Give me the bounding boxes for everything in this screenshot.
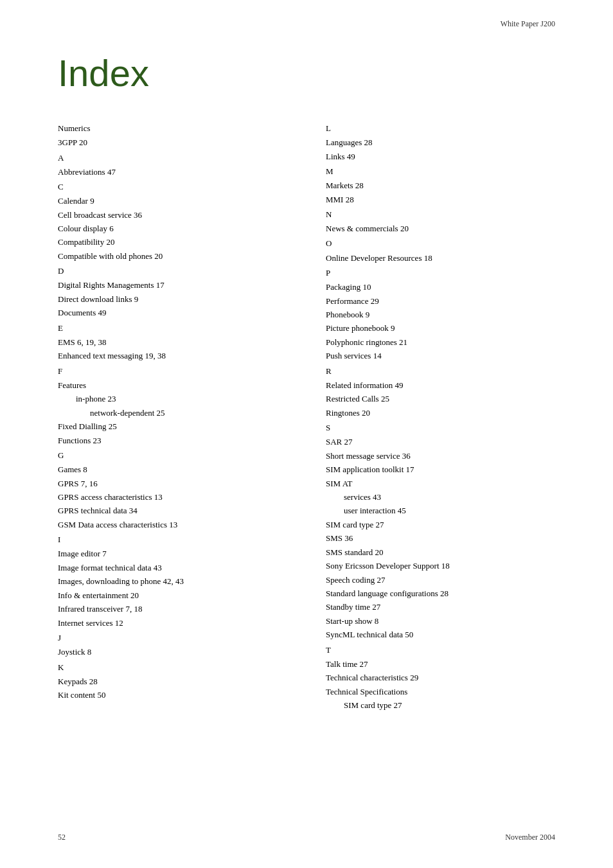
left-column: Numerics3GPP 20AAbbreviations 47CCalenda…	[58, 120, 306, 713]
index-entry: Images, downloading to phone 42, 43	[58, 574, 287, 588]
index-entry: Info & entertainment 20	[58, 589, 287, 602]
index-entry: Speech coding 27	[326, 573, 555, 587]
index-section-letter: T	[326, 643, 555, 657]
index-entry: Colour display 6	[58, 222, 287, 235]
footer: 52 November 2004	[0, 833, 613, 842]
index-entry: GPRS access characteristics 13	[58, 490, 287, 504]
index-entry: Enhanced text messaging 19, 38	[58, 349, 287, 362]
index-entry: Internet services 12	[58, 616, 287, 630]
index-entry: Calendar 9	[58, 194, 287, 208]
index-entry: Restricted Calls 25	[326, 392, 555, 405]
index-entry: News & commercials 20	[326, 222, 555, 235]
index-entry: SIM AT	[326, 477, 555, 490]
index-entry: Ringtones 20	[326, 406, 555, 420]
index-entry: SyncML technical data 50	[326, 628, 555, 641]
index-entry: SMS 36	[326, 531, 555, 545]
page-number: 52	[58, 833, 66, 842]
index-entry: Polyphonic ringtones 21	[326, 335, 555, 349]
index-entry: Related information 49	[326, 378, 555, 392]
index-entry: SIM card type 27	[326, 518, 555, 531]
index-entry: Start-up show 8	[326, 614, 555, 628]
index-section-letter: Numerics	[58, 121, 287, 136]
index-entry: Packaging 10	[326, 280, 555, 294]
index-entry: Documents 49	[58, 306, 287, 319]
index-entry: Links 49	[326, 150, 555, 163]
index-section-letter: N	[326, 208, 555, 222]
index-entry: Phonebook 9	[326, 308, 555, 321]
index-entry: Performance 29	[326, 294, 555, 308]
index-entry: Picture phonebook 9	[326, 321, 555, 335]
index-entry: Infrared transceiver 7, 18	[58, 602, 287, 616]
index-entry: services 43	[326, 490, 555, 504]
index-entry: user interaction 45	[326, 504, 555, 517]
index-section-letter: E	[58, 321, 287, 335]
index-entry: Games 8	[58, 463, 287, 476]
index-entry: GPRS technical data 34	[58, 504, 287, 517]
index-section-letter: M	[326, 164, 555, 179]
index-entry: Image editor 7	[58, 547, 287, 560]
index-entry: SIM card type 27	[326, 698, 555, 712]
index-entry: Digital Rights Managements 17	[58, 278, 287, 292]
index-section-letter: D	[58, 264, 287, 278]
index-entry: MMI 28	[326, 193, 555, 206]
index-entry: Standard language configurations 28	[326, 587, 555, 600]
header-text: White Paper J200	[501, 19, 555, 28]
page-header: White Paper J200	[501, 19, 555, 29]
index-entry: Compatible with old phones 20	[58, 249, 287, 263]
footer-date: November 2004	[505, 833, 555, 842]
index-entry: Push services 14	[326, 349, 555, 362]
index-entry: Joystick 8	[58, 645, 287, 659]
index-entry: Image format technical data 43	[58, 561, 287, 574]
index-entry: GPRS 7, 16	[58, 477, 287, 490]
right-column: LLanguages 28Links 49MMarkets 28MMI 28NN…	[306, 120, 555, 713]
index-entry: Keypads 28	[58, 675, 287, 688]
index-entry: Features	[58, 378, 287, 392]
index-entry: SMS standard 20	[326, 545, 555, 559]
index-entry: EMS 6, 19, 38	[58, 335, 287, 349]
index-entry: 3GPP 20	[58, 136, 287, 149]
index-section-letter: O	[326, 236, 555, 251]
page-title: Index	[58, 51, 555, 94]
index-section-letter: J	[58, 631, 287, 645]
index-entry: Standby time 27	[326, 600, 555, 614]
index-entry: Technical Specifications	[326, 685, 555, 698]
index-entry: Compatibility 20	[58, 235, 287, 249]
index-entry: Abbreviations 47	[58, 165, 287, 179]
index-entry: in-phone 23	[58, 392, 287, 405]
index-section-letter: L	[326, 121, 555, 136]
index-entry: Talk time 27	[326, 657, 555, 671]
index-entry: Direct download links 9	[58, 292, 287, 306]
index-section-letter: G	[58, 448, 287, 463]
index-entry: Short message service 36	[326, 449, 555, 463]
index-section-letter: F	[58, 364, 287, 378]
index-section-letter: A	[58, 151, 287, 165]
index-entry: Fixed Dialling 25	[58, 420, 287, 433]
index-entry: SIM application toolkit 17	[326, 463, 555, 476]
index-section-letter: I	[58, 533, 287, 547]
index-entry: Markets 28	[326, 179, 555, 192]
index-section-letter: R	[326, 364, 555, 378]
index-section-letter: K	[58, 660, 287, 675]
index-entry: Technical characteristics 29	[326, 671, 555, 684]
index-entry: network-dependent 25	[58, 406, 287, 420]
index-entry: Functions 23	[58, 434, 287, 447]
index-entry: Kit content 50	[58, 688, 287, 702]
index-content: Numerics3GPP 20AAbbreviations 47CCalenda…	[58, 120, 555, 713]
index-section-letter: S	[326, 421, 555, 435]
index-section-letter: C	[58, 180, 287, 194]
index-entry: Cell broadcast service 36	[58, 208, 287, 222]
index-entry: Sony Ericsson Developer Support 18	[326, 559, 555, 572]
index-section-letter: P	[326, 266, 555, 280]
index-entry: Online Developer Resources 18	[326, 251, 555, 265]
index-entry: GSM Data access characteristics 13	[58, 518, 287, 531]
index-entry: Languages 28	[326, 136, 555, 149]
page: White Paper J200 Index Numerics3GPP 20AA…	[0, 0, 613, 868]
index-entry: SAR 27	[326, 435, 555, 448]
